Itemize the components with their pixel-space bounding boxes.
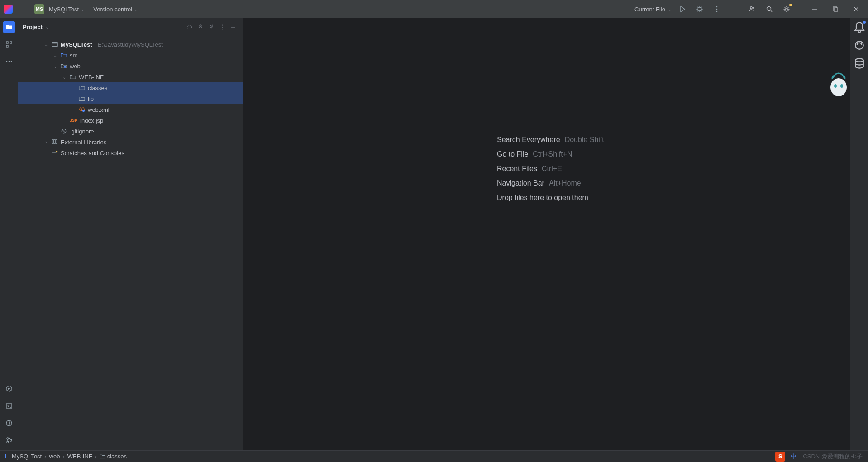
svg-point-14 xyxy=(10,61,12,62)
tree-node-webinf[interactable]: ⌄ WEB-INF xyxy=(18,71,243,82)
settings-button[interactable] xyxy=(780,3,793,15)
panel-options-button[interactable] xyxy=(217,22,228,33)
tree-node-label: classes xyxy=(88,85,107,91)
services-tool-button[interactable] xyxy=(3,382,15,395)
ignore-file-icon xyxy=(61,128,67,134)
editor-area[interactable]: Search EverywhereDouble Shift Go to File… xyxy=(243,18,850,450)
hide-panel-button[interactable] xyxy=(228,22,238,33)
more-tools-button[interactable] xyxy=(3,55,15,68)
svg-point-33 xyxy=(830,78,847,96)
tree-node-scratches[interactable]: ⌄ Scratches and Consoles xyxy=(18,148,243,158)
structure-tool-button[interactable] xyxy=(3,38,15,51)
svg-point-27 xyxy=(82,109,85,111)
hint-action: Navigation Bar xyxy=(497,179,544,187)
hint-shortcut: Ctrl+Shift+N xyxy=(533,150,572,158)
folder-icon xyxy=(61,52,67,58)
tree-node-webxml[interactable]: ⌄ web.xml xyxy=(18,104,243,115)
svg-point-4 xyxy=(750,7,752,9)
vcs-tool-button[interactable] xyxy=(3,434,15,447)
tree-node-web[interactable]: ⌄ web xyxy=(18,61,243,71)
window-minimize-button[interactable] xyxy=(806,3,823,15)
expand-all-button[interactable] xyxy=(195,22,206,33)
tree-node-label: src xyxy=(70,52,77,59)
welcome-hints: Search EverywhereDouble Shift Go to File… xyxy=(497,136,604,202)
breadcrumb-label: classes xyxy=(107,453,127,460)
svg-rect-25 xyxy=(52,43,57,44)
svg-point-0 xyxy=(698,7,701,11)
hint-action: Search Everywhere xyxy=(497,136,560,144)
vcs-selector[interactable]: Version control ⌄ xyxy=(93,6,138,13)
debug-button[interactable] xyxy=(693,3,706,15)
hint-text: Drop files here to open them xyxy=(497,194,588,202)
breadcrumb-label: MySQLTest xyxy=(12,453,42,460)
ime-indicator-icon[interactable]: S xyxy=(775,452,785,462)
tree-node-label: MySQLTest xyxy=(61,41,92,48)
chevron-down-icon[interactable]: ⌄ xyxy=(62,75,67,80)
svg-rect-10 xyxy=(10,42,12,43)
window-close-button[interactable] xyxy=(848,3,864,15)
svg-rect-9 xyxy=(6,42,8,43)
folder-icon xyxy=(100,453,105,460)
vcs-label: Version control xyxy=(93,6,132,13)
window-maximize-button[interactable] xyxy=(827,3,844,15)
svg-point-23 xyxy=(222,29,223,29)
svg-point-32 xyxy=(56,150,58,152)
tree-node-external-libs[interactable]: › External Libraries xyxy=(18,137,243,148)
breadcrumb-item[interactable]: WEB-INF xyxy=(67,453,92,460)
chevron-right-icon[interactable]: › xyxy=(43,140,49,145)
svg-point-1 xyxy=(716,6,718,8)
chevron-down-icon[interactable]: ⌄ xyxy=(45,24,49,29)
main-menu-button[interactable] xyxy=(17,3,30,15)
select-opened-file-button[interactable] xyxy=(184,22,195,33)
tree-node-label: Scratches and Consoles xyxy=(61,150,124,157)
svg-rect-8 xyxy=(834,8,838,11)
tree-root[interactable]: ⌄ MySQLTest E:\Javastudy\MySQLTest xyxy=(18,39,243,50)
project-panel-header: Project ⌄ xyxy=(18,18,243,36)
project-tool-button[interactable] xyxy=(3,21,15,33)
svg-rect-31 xyxy=(56,139,57,143)
terminal-tool-button[interactable] xyxy=(3,400,15,412)
search-everywhere-button[interactable] xyxy=(763,3,776,15)
project-tree[interactable]: ⌄ MySQLTest E:\Javastudy\MySQLTest ⌄ src… xyxy=(18,36,243,161)
chevron-down-icon[interactable]: ⌄ xyxy=(43,42,49,47)
breadcrumb-module[interactable]: MySQLTest xyxy=(5,453,42,460)
svg-rect-15 xyxy=(6,404,12,408)
run-config-selector[interactable]: Current File ⌄ xyxy=(634,6,672,13)
chevron-down-icon[interactable]: ⌄ xyxy=(52,64,58,69)
tree-node-indexjsp[interactable]: ⌄ JSP index.jsp xyxy=(18,115,243,126)
xml-file-icon xyxy=(79,106,85,114)
problems-tool-button[interactable] xyxy=(3,417,15,429)
svg-point-6 xyxy=(786,8,787,10)
tree-node-src[interactable]: ⌄ src xyxy=(18,50,243,61)
project-selector[interactable]: MySQLTest ⌄ xyxy=(49,6,84,13)
tree-node-label: WEB-INF xyxy=(79,74,104,81)
mascot-overlay-icon xyxy=(827,71,850,99)
database-tool-button[interactable] xyxy=(853,57,866,70)
ai-assistant-button[interactable] xyxy=(853,39,866,52)
breadcrumb-item[interactable]: classes xyxy=(100,453,127,460)
folder-icon xyxy=(79,95,85,102)
tree-node-lib[interactable]: ⌄ lib xyxy=(18,93,243,104)
svg-point-21 xyxy=(222,24,223,25)
scratches-icon xyxy=(52,149,58,157)
notifications-button[interactable] xyxy=(853,21,866,33)
breadcrumb-item[interactable]: web xyxy=(49,453,60,460)
hint-shortcut: Double Shift xyxy=(565,136,604,144)
project-name-label: MySQLTest xyxy=(49,6,79,13)
tree-node-label: index.jsp xyxy=(80,117,103,124)
run-button[interactable] xyxy=(676,3,689,15)
more-actions-button[interactable] xyxy=(711,3,723,15)
svg-point-17 xyxy=(7,438,9,439)
code-with-me-button[interactable] xyxy=(746,3,758,15)
svg-rect-30 xyxy=(54,139,55,143)
chevron-down-icon[interactable]: ⌄ xyxy=(52,53,58,58)
tree-node-gitignore[interactable]: ⌄ .gitignore xyxy=(18,126,243,137)
chevron-down-icon: ⌄ xyxy=(134,7,138,12)
tree-node-classes[interactable]: ⌄ classes xyxy=(18,82,243,93)
collapse-all-button[interactable] xyxy=(206,22,217,33)
svg-point-36 xyxy=(855,59,863,62)
svg-point-13 xyxy=(8,61,10,62)
tree-node-path: E:\Javastudy\MySQLTest xyxy=(98,41,163,48)
project-badge-icon: MS xyxy=(34,4,44,14)
svg-rect-11 xyxy=(6,45,8,47)
